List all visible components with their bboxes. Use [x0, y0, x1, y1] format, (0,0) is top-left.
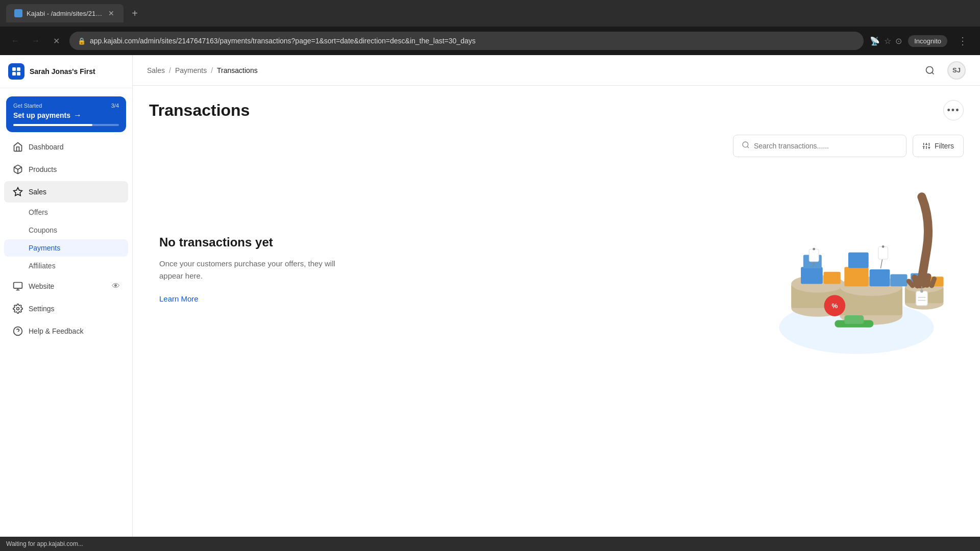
svg-point-9: [17, 308, 19, 310]
address-icons: 📡 ☆ ⊙: [870, 36, 902, 46]
tag-icon: [12, 186, 23, 197]
profile-icon[interactable]: ⊙: [895, 36, 902, 46]
breadcrumb-payments[interactable]: Payments: [175, 66, 207, 74]
breadcrumb-sep-1: /: [169, 66, 171, 74]
tab-favicon: [14, 9, 22, 17]
svg-rect-60: [916, 291, 928, 306]
svg-rect-40: [890, 274, 907, 286]
search-input[interactable]: [754, 142, 898, 150]
sidebar-item-coupons[interactable]: Coupons: [4, 221, 128, 239]
sidebar-item-offers[interactable]: Offers: [4, 204, 128, 221]
svg-point-12: [926, 66, 933, 73]
page-title: Transactions: [149, 101, 250, 120]
url-text: app.kajabi.com/admin/sites/2147647163/pa…: [90, 37, 476, 45]
sidebar-item-dashboard[interactable]: Dashboard: [4, 136, 128, 158]
sidebar: Sarah Jonas's First Get Started 3/4 Set …: [0, 55, 133, 537]
svg-rect-53: [844, 315, 864, 324]
website-label: Website: [29, 282, 54, 290]
page-content: Transactions •••: [133, 86, 980, 537]
empty-description: Once your customers purchase your offers…: [159, 258, 343, 282]
monitor-icon: [12, 281, 23, 292]
svg-rect-2: [12, 72, 16, 76]
svg-rect-35: [801, 267, 823, 284]
svg-rect-36: [824, 272, 841, 284]
top-nav: Sales / Payments / Transactions SJ: [133, 55, 980, 86]
incognito-button[interactable]: Incognito: [908, 35, 947, 47]
svg-rect-48: [878, 246, 888, 259]
cast-icon[interactable]: 📡: [870, 36, 880, 46]
bookmark-icon[interactable]: ☆: [884, 36, 891, 46]
gear-icon: [12, 303, 23, 314]
search-box[interactable]: [733, 135, 906, 157]
onboarding-title-text: Set up payments: [13, 111, 70, 119]
new-tab-button[interactable]: +: [128, 6, 142, 20]
onboarding-bar-fill: [13, 124, 92, 126]
back-button[interactable]: ←: [8, 34, 22, 48]
filter-row: Filters: [149, 135, 964, 157]
products-label: Products: [29, 165, 57, 173]
onboarding-label: Get Started: [13, 103, 42, 109]
dashboard-label: Dashboard: [29, 143, 64, 151]
main-content: Sales / Payments / Transactions SJ: [133, 55, 980, 537]
tab-close-button[interactable]: ✕: [107, 9, 115, 17]
svg-line-13: [932, 72, 934, 74]
svg-rect-6: [14, 283, 22, 289]
svg-point-46: [813, 248, 815, 251]
breadcrumb-sales[interactable]: Sales: [147, 66, 165, 74]
browser-menu-button[interactable]: ⋮: [953, 33, 972, 49]
svg-rect-1: [17, 67, 20, 71]
forward-button[interactable]: →: [29, 34, 43, 48]
sidebar-item-website[interactable]: Website 👁: [4, 276, 128, 297]
home-icon: [12, 141, 23, 153]
filters-label: Filters: [935, 142, 954, 150]
app-layout: Sarah Jonas's First Get Started 3/4 Set …: [0, 55, 980, 537]
learn-more-link[interactable]: Learn More: [159, 294, 199, 303]
sidebar-item-products[interactable]: Products: [4, 159, 128, 180]
svg-rect-39: [870, 269, 890, 286]
breadcrumb-sep-2: /: [211, 66, 213, 74]
avatar-initials: SJ: [952, 66, 961, 74]
sidebar-header: Sarah Jonas's First: [0, 55, 132, 88]
page-header: Transactions •••: [149, 100, 964, 120]
sidebar-item-sales[interactable]: Sales: [4, 181, 128, 203]
empty-title: No transactions yet: [159, 235, 343, 249]
onboarding-progress: 3/4: [111, 103, 119, 109]
browser-tab[interactable]: Kajabi - /admin/sites/214764716 ✕: [6, 4, 124, 22]
search-button[interactable]: [921, 61, 939, 80]
onboarding-progress-bar: [13, 124, 119, 126]
question-icon: [12, 325, 23, 337]
svg-line-15: [747, 146, 749, 148]
top-nav-right: SJ: [921, 61, 966, 80]
sidebar-item-affiliates[interactable]: Affiliates: [4, 257, 128, 274]
onboarding-card[interactable]: Get Started 3/4 Set up payments →: [6, 96, 126, 132]
filters-button[interactable]: Filters: [913, 135, 964, 157]
address-input[interactable]: 🔒 app.kajabi.com/admin/sites/2147647163/…: [69, 32, 864, 50]
svg-text:%: %: [831, 302, 838, 310]
sales-label: Sales: [29, 188, 46, 196]
reload-button[interactable]: ✕: [49, 34, 63, 48]
incognito-label: Incognito: [914, 37, 941, 45]
sidebar-item-settings[interactable]: Settings: [4, 298, 128, 319]
status-text: Waiting for app.kajabi.com...: [6, 540, 83, 547]
breadcrumb: Sales / Payments / Transactions: [147, 66, 258, 74]
svg-rect-38: [844, 267, 868, 286]
browser-chrome: Kajabi - /admin/sites/214764716 ✕ +: [0, 0, 980, 27]
coupons-label: Coupons: [29, 226, 57, 234]
empty-state-text: No transactions yet Once your customers …: [159, 235, 343, 304]
sidebar-item-help[interactable]: Help & Feedback: [4, 320, 128, 342]
breadcrumb-current: Transactions: [217, 66, 258, 74]
app-logo[interactable]: [8, 63, 24, 80]
user-avatar[interactable]: SJ: [947, 61, 966, 80]
settings-label: Settings: [29, 305, 55, 313]
onboarding-arrow-icon: →: [74, 111, 82, 120]
illustration: %: [760, 178, 953, 361]
sidebar-scroll: Get Started 3/4 Set up payments →: [0, 88, 132, 537]
more-options-button[interactable]: •••: [943, 100, 964, 120]
address-bar: ← → ✕ 🔒 app.kajabi.com/admin/sites/21476…: [0, 27, 980, 55]
sidebar-item-payments[interactable]: Payments: [4, 239, 128, 257]
affiliates-label: Affiliates: [29, 262, 56, 270]
offers-label: Offers: [29, 208, 48, 216]
svg-rect-0: [12, 67, 16, 71]
svg-point-14: [743, 142, 748, 147]
empty-state: No transactions yet Once your customers …: [149, 178, 964, 361]
